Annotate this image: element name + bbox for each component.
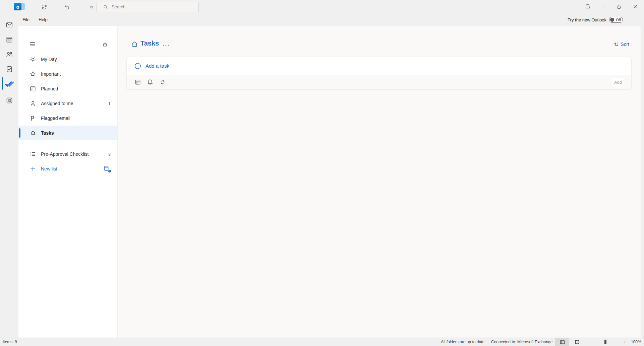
sync-icon — [41, 4, 48, 10]
send-receive-button[interactable] — [40, 3, 49, 11]
new-list-button[interactable]: New list + — [18, 161, 117, 176]
chevron-down-icon — [89, 5, 94, 9]
flag-icon — [30, 115, 36, 122]
new-outlook-toggle[interactable]: Off — [609, 17, 623, 23]
bell-icon — [147, 79, 154, 85]
new-group-button[interactable]: + — [103, 165, 111, 172]
list-header: Tasks Sort — [118, 26, 644, 57]
people-icon — [6, 51, 13, 58]
zoom-slider-thumb[interactable] — [604, 340, 606, 344]
sidebar-item-flagged-email[interactable]: Flagged email — [18, 111, 117, 126]
page-title[interactable]: Tasks — [140, 40, 159, 47]
add-task-card: Add a task — [127, 57, 631, 89]
search-box[interactable] — [97, 2, 199, 12]
sidebar-item-important[interactable]: Important — [18, 67, 117, 81]
outlook-logo-icon: o — [14, 3, 25, 11]
sidebar-item-count: 3 — [108, 152, 111, 157]
try-new-outlook-label: Try the new Outlook — [568, 17, 606, 22]
notifications-button[interactable] — [583, 2, 592, 11]
sidebar-item-assigned-to-me[interactable]: Assigned to me 1 — [18, 96, 117, 111]
restore-button[interactable] — [611, 0, 627, 13]
calendar-icon — [134, 79, 141, 85]
sort-label: Sort — [621, 42, 629, 47]
layout-view-icon — [560, 339, 565, 345]
rail-apps-button[interactable] — [0, 94, 18, 107]
rail-people-button[interactable] — [0, 48, 18, 60]
due-date-button[interactable] — [134, 79, 141, 85]
add-task-input[interactable]: Add a task — [127, 57, 631, 75]
sidebar-item-pre-approval-checklist[interactable]: Pre-Approval Checklist 3 — [18, 147, 117, 161]
menu-bar: File Help Try the new Outlook Off — [18, 13, 644, 26]
undo-icon — [63, 4, 70, 10]
search-input[interactable] — [112, 4, 189, 9]
window-titlebar: o — [0, 0, 644, 13]
todo-check-icon — [5, 79, 14, 88]
bell-icon — [584, 3, 591, 10]
repeat-button[interactable] — [159, 79, 166, 85]
ellipsis-icon — [163, 44, 169, 46]
rail-calendar-button[interactable] — [0, 33, 18, 46]
add-task-toolbar: Add — [127, 75, 631, 89]
home-icon — [131, 40, 138, 48]
gear-icon: ⚙ — [102, 41, 108, 49]
add-button[interactable]: Add — [612, 77, 624, 87]
sidebar-item-tasks[interactable]: Tasks — [18, 126, 117, 140]
mail-icon — [6, 21, 13, 28]
status-bar: Items: 8 All folders are up to date. Con… — [0, 338, 644, 346]
sidebar-item-label: Planned — [41, 86, 111, 91]
tasks-clipboard-icon — [6, 65, 13, 73]
sidebar-item-label: Important — [41, 71, 111, 77]
menu-help[interactable]: Help — [35, 13, 52, 26]
try-new-outlook: Try the new Outlook Off — [568, 13, 623, 26]
main-content: Tasks Sort Add — [118, 26, 644, 338]
new-list-label: New list — [41, 166, 103, 171]
zoom-out-button[interactable]: − — [584, 338, 587, 346]
minimize-icon — [601, 4, 606, 9]
list-options-button[interactable] — [163, 44, 169, 46]
toggle-knob — [610, 18, 614, 22]
home-icon — [30, 130, 36, 136]
plus-badge-icon: + — [108, 169, 111, 173]
sidebar-item-planned[interactable]: Planned — [18, 81, 117, 96]
remind-me-button[interactable] — [147, 79, 154, 85]
sidebar-collapse-button[interactable] — [28, 40, 37, 48]
sort-button[interactable]: Sort — [613, 42, 629, 47]
customize-toolbar-button[interactable] — [88, 3, 95, 11]
todo-sidebar: ⚙ My Day Important — [18, 26, 117, 338]
repeat-icon — [159, 79, 166, 85]
rail-mail-button[interactable] — [0, 19, 18, 31]
sidebar-item-my-day[interactable]: My Day — [18, 52, 117, 67]
person-icon — [30, 100, 36, 107]
add-task-placeholder: Add a task — [145, 63, 169, 69]
close-icon — [633, 4, 638, 9]
plus-icon — [30, 165, 36, 172]
search-icon — [103, 4, 108, 10]
normal-view-button[interactable] — [555, 338, 569, 346]
calendar-icon — [30, 85, 36, 92]
sort-arrows-icon — [613, 42, 621, 47]
minimize-button[interactable] — [596, 0, 611, 13]
restore-icon — [617, 4, 622, 9]
undo-button[interactable] — [62, 3, 71, 11]
calendar-icon — [6, 36, 13, 43]
toggle-state-label: Off — [616, 17, 621, 22]
settings-button[interactable]: ⚙ — [101, 41, 109, 49]
task-circle-icon — [134, 63, 141, 69]
rail-tasks-button[interactable] — [0, 63, 18, 75]
vertical-scrollbar[interactable] — [641, 26, 644, 338]
zoom-level-label[interactable]: 100% — [631, 338, 641, 346]
sidebar-item-count: 1 — [108, 101, 111, 106]
reading-view-button[interactable] — [570, 338, 584, 346]
outlook-window: o — [0, 0, 644, 346]
connection-status-label: Connected to: Microsoft Exchange — [491, 338, 552, 346]
sidebar-item-label: Tasks — [41, 130, 111, 136]
sidebar-nav: My Day Important Pl — [18, 52, 117, 140]
rail-todo-button[interactable] — [0, 78, 18, 90]
sidebar-divider — [27, 143, 112, 143]
menu-file[interactable]: File — [18, 13, 34, 26]
sidebar-item-label: Pre-Approval Checklist — [41, 151, 108, 157]
list-icon — [30, 151, 36, 157]
close-button[interactable] — [627, 0, 644, 13]
zoom-in-button[interactable]: + — [624, 338, 626, 346]
sidebar-item-label: Assigned to me — [41, 101, 108, 106]
